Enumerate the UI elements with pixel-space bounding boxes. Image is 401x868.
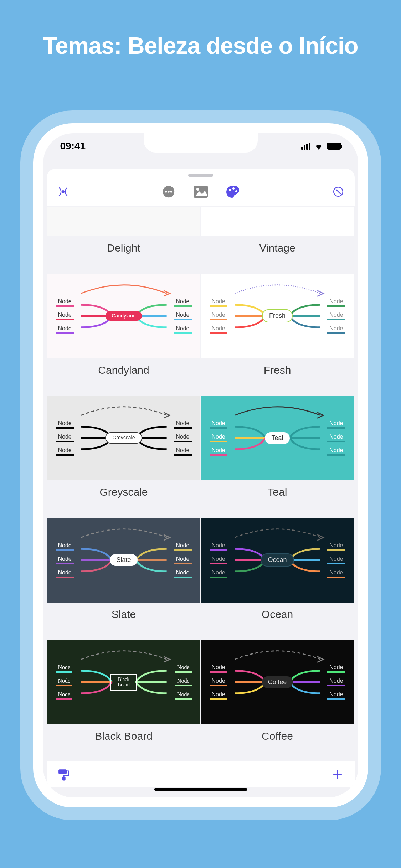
mindmap-node: Node — [327, 569, 345, 578]
theme-card-candyland[interactable]: CandylandNodeNodeNodeNodeNodeNodeCandyla… — [47, 274, 200, 395]
mindmap-node: Node — [175, 678, 192, 686]
svg-point-0 — [62, 191, 64, 193]
mindmap-node: Node — [327, 325, 345, 334]
mindmap-node: Node — [327, 434, 345, 442]
home-indicator[interactable] — [154, 788, 247, 791]
mindmap-center: Ocean — [261, 553, 294, 567]
mindmap-node: Node — [327, 420, 345, 429]
mindmap-node: Node — [56, 312, 74, 320]
paint-roller-icon[interactable] — [56, 767, 72, 782]
mindmap-node: Node — [327, 312, 345, 320]
battery-icon — [327, 143, 341, 150]
mindmap-node: Node — [327, 447, 345, 456]
mindmap-node: Node — [174, 325, 191, 334]
theme-card-vintage[interactable]: Vintage — [201, 207, 354, 273]
mindmap-center: Candyland — [106, 311, 142, 321]
mindmap-node: Node — [210, 312, 227, 320]
modal-grabber[interactable] — [188, 174, 213, 177]
theme-label: Greyscale — [47, 480, 200, 505]
mindmap-node: Node — [327, 664, 345, 673]
mindmap-node: Node — [174, 447, 191, 456]
mindmap-center: Coffee — [262, 676, 293, 688]
mindmap-node: Node — [174, 312, 191, 320]
mindmap-node: Node — [56, 569, 74, 578]
mindmap-node: Node — [174, 420, 191, 429]
mindmap-node: Node — [56, 420, 74, 429]
mindmap-node: Node — [210, 542, 227, 551]
theme-modal: DelightVintageCandylandNodeNodeNodeNodeN… — [47, 169, 355, 787]
mindmap-node: Node — [175, 691, 192, 700]
mindmap-node: Node — [174, 542, 191, 551]
mindmap-node: Node — [327, 678, 345, 686]
page-title: Temas: Beleza desde o Início — [43, 32, 358, 59]
mindmap-node: Node — [210, 569, 227, 578]
more-icon[interactable] — [161, 184, 176, 200]
theme-card-fresh[interactable]: FreshNodeNodeNodeNodeNodeNodeFresh — [201, 274, 354, 395]
connect-icon[interactable] — [55, 184, 71, 200]
mindmap-node: Node — [210, 325, 227, 334]
mindmap-node: Node — [174, 556, 191, 564]
mindmap-node: Node — [210, 556, 227, 564]
status-time: 09:41 — [60, 140, 86, 152]
svg-rect-11 — [59, 770, 66, 773]
mindmap-node: Node — [56, 447, 74, 456]
svg-point-7 — [229, 189, 231, 191]
mindmap-node: Node — [174, 298, 191, 307]
mindmap-center: Teal — [265, 432, 289, 444]
svg-point-6 — [196, 188, 199, 191]
mindmap-node: Node — [56, 678, 73, 686]
phone-frame: 09:41 — [33, 123, 368, 807]
theme-grid: DelightVintageCandylandNodeNodeNodeNodeN… — [47, 206, 355, 761]
toolbar — [47, 180, 355, 206]
add-icon[interactable] — [330, 767, 345, 782]
theme-card-teal[interactable]: TealNodeNodeNodeNodeNodeNodeTeal — [201, 396, 354, 517]
svg-point-2 — [165, 191, 167, 192]
mindmap-node: Node — [210, 664, 227, 673]
theme-card-ocean[interactable]: OceanNodeNodeNodeNodeNodeNodeOcean — [201, 518, 354, 639]
mindmap-center: Fresh — [262, 309, 293, 322]
theme-label: Coffee — [201, 724, 354, 749]
palette-icon[interactable] — [225, 184, 241, 200]
theme-label: Slate — [47, 603, 200, 627]
theme-card-black-board[interactable]: BlackBoardNodeNodeNodeNodeNodeNodeBlack … — [47, 640, 200, 761]
theme-label: Candyland — [47, 358, 200, 383]
phone-screen: 09:41 — [43, 133, 358, 797]
mindmap-node: Node — [56, 556, 74, 564]
mindmap-node: Node — [174, 569, 191, 578]
theme-card-delight[interactable]: Delight — [47, 207, 200, 273]
mindmap-node: Node — [327, 298, 345, 307]
theme-label: Ocean — [201, 603, 354, 627]
mindmap-node: Node — [56, 664, 73, 673]
bottom-bar — [47, 761, 355, 787]
mindmap-node: Node — [56, 325, 74, 334]
mindmap-node: Node — [210, 434, 227, 442]
mindmap-node: Node — [56, 691, 73, 700]
theme-label: Vintage — [201, 236, 354, 261]
mindmap-node: Node — [210, 678, 227, 686]
image-icon[interactable] — [193, 184, 209, 200]
mindmap-node: Node — [210, 298, 227, 307]
mindmap-node: Node — [210, 447, 227, 456]
theme-label: Fresh — [201, 358, 354, 383]
svg-point-8 — [232, 187, 235, 190]
svg-rect-12 — [62, 777, 65, 780]
theme-label: Delight — [47, 236, 200, 261]
close-icon[interactable] — [330, 184, 346, 200]
mindmap-center: Slate — [110, 554, 137, 566]
mindmap-node: Node — [210, 420, 227, 429]
mindmap-center: BlackBoard — [110, 674, 137, 691]
svg-point-3 — [168, 191, 169, 192]
notch — [144, 133, 258, 153]
mindmap-node: Node — [327, 691, 345, 700]
mindmap-node: Node — [56, 298, 74, 307]
mindmap-center: Greyscale — [105, 432, 142, 443]
mindmap-node: Node — [175, 664, 192, 673]
theme-card-slate[interactable]: SlateNodeNodeNodeNodeNodeNodeSlate — [47, 518, 200, 639]
theme-card-greyscale[interactable]: GreyscaleNodeNodeNodeNodeNodeNodeGreysca… — [47, 396, 200, 517]
mindmap-node: Node — [56, 434, 74, 442]
theme-card-coffee[interactable]: CoffeeNodeNodeNodeNodeNodeNodeCoffee — [201, 640, 354, 761]
theme-label: Black Board — [47, 724, 200, 749]
mindmap-node: Node — [56, 542, 74, 551]
svg-point-9 — [235, 190, 237, 192]
mindmap-node: Node — [174, 434, 191, 442]
